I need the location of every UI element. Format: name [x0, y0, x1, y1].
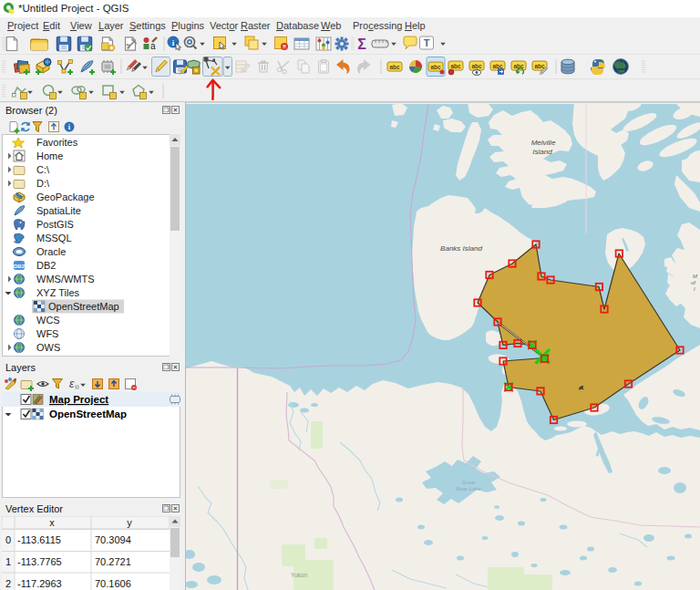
svg-text:MSSQL: MSSQL — [36, 233, 72, 243]
svg-text:C:\: C:\ — [36, 164, 50, 175]
svg-text:WFS: WFS — [36, 328, 58, 339]
svg-text:DB2: DB2 — [36, 260, 56, 271]
svg-text:x: x — [49, 517, 55, 528]
svg-text:1: 1 — [5, 556, 11, 567]
svg-text:GeoPackage: GeoPackage — [36, 191, 95, 202]
svg-text:0: 0 — [5, 534, 11, 545]
svg-text:Melville: Melville — [531, 139, 556, 147]
svg-text:DB2: DB2 — [14, 264, 26, 269]
svg-text:70.1606: 70.1606 — [95, 578, 131, 589]
svg-text:OpenStreetMap: OpenStreetMap — [49, 409, 127, 419]
svg-text:-113.6115: -113.6115 — [17, 534, 61, 545]
svg-text:70.2721: 70.2721 — [95, 556, 131, 567]
svg-text:WMS/WMTS: WMS/WMTS — [36, 274, 95, 285]
svg-text:Great: Great — [461, 480, 475, 485]
svg-text:Home: Home — [36, 150, 63, 161]
svg-text:T: T — [424, 37, 430, 48]
svg-text:Map Project: Map Project — [49, 394, 108, 405]
svg-text:y: y — [127, 517, 132, 528]
svg-text:SpatiaLite: SpatiaLite — [36, 205, 81, 216]
svg-text:PostGIS: PostGIS — [36, 219, 74, 230]
svg-text:-117.2963: -117.2963 — [17, 578, 62, 589]
svg-text:Island: Island — [532, 148, 552, 156]
svg-text:M: M — [693, 274, 697, 279]
svg-text:Favorites: Favorites — [36, 137, 78, 148]
svg-text:70.3094: 70.3094 — [95, 534, 131, 545]
svg-text:Σ: Σ — [357, 36, 366, 52]
svg-text:Oracle: Oracle — [36, 246, 66, 257]
svg-text:XYZ Tiles: XYZ Tiles — [36, 287, 80, 298]
svg-text:2: 2 — [5, 578, 11, 589]
svg-text:Bear Lake: Bear Lake — [456, 486, 481, 492]
svg-text:WCS: WCS — [36, 315, 60, 326]
svg-text:Banks Island: Banks Island — [440, 244, 482, 253]
svg-text:OpenStreetMap: OpenStreetMap — [48, 301, 119, 312]
svg-text:OWS: OWS — [36, 342, 60, 353]
svg-text:D:\: D:\ — [36, 178, 50, 189]
svg-text:Yukon: Yukon — [291, 572, 307, 578]
svg-text:-113.7765: -113.7765 — [17, 556, 62, 567]
